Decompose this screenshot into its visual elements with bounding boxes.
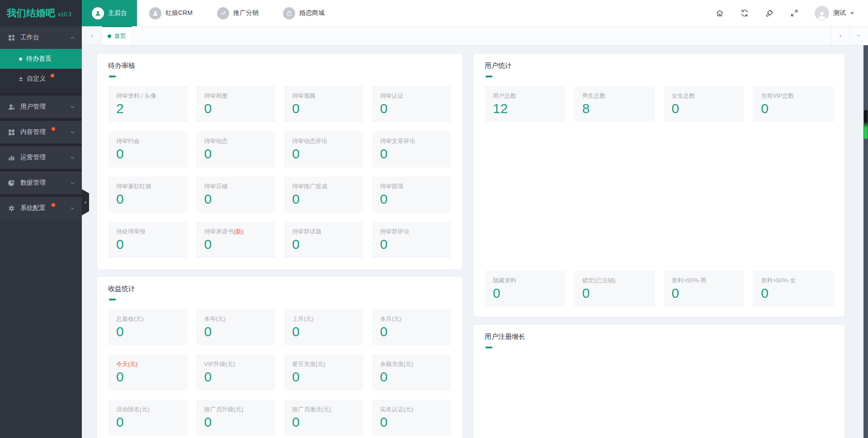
sidebar-item-label: 数据管理: [20, 179, 46, 187]
promotion-icon: [217, 7, 229, 19]
sidebar-item-operations-management[interactable]: 运营管理: [0, 146, 82, 169]
card-title: 收益统计: [108, 284, 451, 293]
app-version: v10.3: [58, 11, 71, 18]
stat-box[interactable]: 待处理举报0: [108, 222, 188, 258]
stat-box[interactable]: 待审动态0: [196, 131, 276, 167]
stat-box: 本月(元)0: [372, 309, 452, 345]
title-accent-dash: [109, 299, 116, 300]
tag-label: 首页: [114, 32, 126, 40]
card-user-stats: 用户统计 用户总数12 男生总数8 女生总数0 当前VIP总数0 隐藏资料0 锁…: [474, 54, 844, 317]
sidebar-item-label: 待办首页: [26, 55, 52, 63]
header-actions: 测试: [715, 0, 868, 26]
stat-box: 资料>50%-女0: [753, 271, 834, 307]
sidebar-item-label: 运营管理: [20, 153, 46, 162]
tab-mall[interactable]: 婚恋商城: [271, 0, 337, 26]
sidebar-item-system-settings[interactable]: 系统配置: [0, 197, 82, 219]
scrollbar[interactable]: [863, 45, 868, 438]
sidebar-item-label: 工作台: [20, 33, 39, 42]
stat-box[interactable]: 待审动态评论0: [284, 131, 363, 167]
sidebar-item-label: 系统配置: [20, 204, 46, 212]
stat-label: 资料>50%-女: [761, 276, 826, 284]
card-title: 待办审核: [108, 61, 451, 70]
sidebar-item-label: 自定义: [27, 75, 46, 83]
sidebar-item-label: 内容管理: [20, 128, 46, 136]
stat-label: 活动报名(元): [116, 405, 179, 413]
user-menu[interactable]: 测试: [815, 6, 854, 20]
bullet-icon: [19, 57, 22, 61]
stat-box: 资料>50%-男0: [664, 271, 745, 307]
header-module-tabs: 主后台 红娘CRM 推广分销 婚恋商城: [82, 0, 337, 26]
sidebar-item-custom[interactable]: ± 自定义: [0, 69, 82, 89]
stat-value: 0: [380, 369, 443, 385]
stat-box[interactable]: 待审群评论0: [372, 222, 452, 258]
stat-value: 0: [672, 100, 736, 117]
tags-scroll-right-button[interactable]: ›: [831, 26, 849, 45]
stat-box: 隐藏资料0: [485, 271, 566, 307]
tab-label: 婚恋商城: [299, 9, 325, 17]
card-revenue-stats: 收益统计 总盈收(元)0 本年(元)0 上月(元)0 本月(元)0 今天(元)0…: [97, 277, 462, 438]
admin-person-icon: [92, 7, 104, 19]
app-logo[interactable]: 我们结婚吧 v10.3: [0, 0, 82, 26]
stat-label: 当前VIP总数: [761, 92, 826, 100]
notification-badge: [51, 74, 54, 77]
stat-value: 12: [493, 100, 557, 117]
stat-box[interactable]: 待审提现0: [372, 176, 452, 213]
card-user-growth: 用户注册增长: [474, 325, 844, 438]
sidebar-item-todo-home[interactable]: 待办首页: [0, 49, 82, 69]
tab-promotion[interactable]: 推广分销: [205, 0, 271, 26]
stat-value: 0: [116, 369, 179, 385]
sidebar-item-workbench[interactable]: 工作台: [0, 26, 82, 49]
stat-label: 余额充值(元): [380, 360, 443, 368]
stat-label: 本月(元): [380, 315, 443, 323]
tab-main-admin[interactable]: 主后台: [82, 0, 137, 26]
stat-box[interactable]: 待审推广提成0: [284, 176, 363, 213]
stat-value: 0: [292, 236, 355, 252]
stat-box[interactable]: 待审承诺书(新)0: [196, 222, 276, 258]
tab-label: 推广分销: [233, 9, 259, 17]
stat-box: 推广员激活(元)0: [284, 400, 363, 436]
stat-box[interactable]: 待审资料 / 头像2: [108, 86, 188, 122]
stat-value: 0: [493, 285, 557, 301]
tags-scroll-left-button[interactable]: ‹: [82, 26, 102, 45]
todo-stat-grid: 待审资料 / 头像2 待审相册0 待审视频0 待审认证0 待审约会0 待审动态0…: [108, 86, 451, 258]
stat-label: 待审资料 / 头像: [116, 92, 179, 100]
fullscreen-icon[interactable]: [790, 9, 799, 18]
tags-menu-button[interactable]: ›: [849, 26, 868, 45]
stat-label: 推广员激活(元): [292, 405, 355, 413]
sidebar: 工作台 待办首页 ± 自定义 用户管理: [0, 26, 82, 438]
tab-label: 主后台: [108, 9, 127, 17]
chevron-down-icon: [70, 180, 75, 186]
stat-box[interactable]: 待审相册0: [196, 86, 276, 122]
stat-box[interactable]: 待审认证0: [372, 86, 452, 122]
sidebar-item-data-management[interactable]: 数据管理: [0, 171, 82, 194]
refresh-icon[interactable]: [740, 9, 749, 18]
home-icon[interactable]: [715, 9, 724, 18]
notification-badge: [52, 203, 55, 207]
stat-box: 当前VIP总数0: [753, 86, 834, 122]
scrollbar-thumb[interactable]: [864, 110, 868, 139]
stat-box[interactable]: 待审视频0: [284, 86, 363, 122]
stat-box[interactable]: 待审约会0: [108, 131, 188, 167]
stat-box[interactable]: 待审兼职红娘0: [108, 176, 188, 213]
sidebar-item-user-management[interactable]: 用户管理: [0, 95, 82, 118]
card-todo-review: 待办审核 待审资料 / 头像2 待审相册0 待审视频0 待审认证0 待审约会0 …: [97, 54, 462, 270]
stat-value: 0: [204, 146, 268, 162]
stat-value: 0: [672, 285, 736, 301]
stat-box: 活动报名(元)0: [108, 400, 188, 436]
tag-home[interactable]: 首页: [102, 26, 132, 45]
stat-label: 待审视频: [292, 92, 355, 100]
stat-box[interactable]: 待审店铺0: [196, 176, 276, 213]
stat-box[interactable]: 待审文章评论0: [372, 131, 452, 167]
left-column: 待办审核 待审资料 / 头像2 待审相册0 待审视频0 待审认证0 待审约会0 …: [97, 54, 462, 438]
stat-value: 0: [292, 146, 355, 162]
tab-matchmaker-crm[interactable]: 红娘CRM: [137, 0, 205, 26]
stat-box: 男生总数8: [574, 86, 655, 122]
sidebar-item-content-management[interactable]: 内容管理: [0, 121, 82, 143]
workbench-icon: [8, 34, 15, 42]
clear-cache-icon[interactable]: [765, 9, 774, 18]
active-tag-dot: [108, 34, 111, 38]
stat-box[interactable]: 待审群话题0: [284, 222, 363, 258]
user-stats-spacer: [485, 122, 834, 271]
tab-label: 红娘CRM: [165, 9, 193, 17]
sidebar-collapse-handle[interactable]: ‹: [82, 189, 89, 215]
